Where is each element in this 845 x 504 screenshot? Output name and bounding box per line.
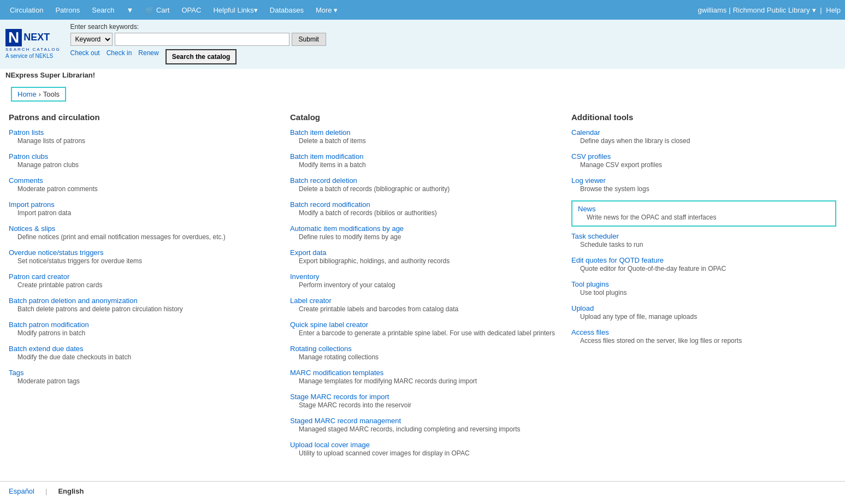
tool-link[interactable]: Calendar xyxy=(571,128,836,137)
tool-desc: Modify patrons in batch xyxy=(17,329,274,337)
main-content: Patrons and circulation Patron listsMana… xyxy=(0,107,845,470)
nav-username[interactable]: gwilliams xyxy=(698,6,727,14)
tool-desc: Modify the due date checkouts in batch xyxy=(17,353,274,361)
tool-group: Batch extend due datesModify the due dat… xyxy=(9,345,274,361)
tool-desc: Manage patron clubs xyxy=(17,161,274,169)
catalog-column: Catalog Batch item deletionDelete a batc… xyxy=(290,112,555,465)
nav-separator2: | xyxy=(818,6,824,14)
nav-helpful-links[interactable]: Helpful Links▾ xyxy=(208,2,263,19)
tool-desc: Define days when the library is closed xyxy=(580,137,836,145)
tool-link[interactable]: Stage MARC records for import xyxy=(290,393,555,401)
tool-link[interactable]: Inventory xyxy=(290,272,555,281)
nav-cart[interactable]: 🛒 Cart xyxy=(140,2,175,19)
nav-patrons[interactable]: Patrons xyxy=(50,2,85,19)
keyword-select[interactable]: Keyword xyxy=(70,33,113,46)
search-bar: N NEXT SEARCH CATALOG A service of NEKLS… xyxy=(0,20,845,69)
search-links: Check out Check in Renew Search the cata… xyxy=(70,49,326,64)
lang-english[interactable]: English xyxy=(58,487,84,495)
tool-link[interactable]: Automatic item modifications by age xyxy=(290,224,555,233)
logo-letter: N xyxy=(5,29,22,46)
tool-desc: Create printable labels and barcodes fro… xyxy=(299,305,555,313)
news-highlight-box: News Write news for the OPAC and staff i… xyxy=(571,200,836,227)
tool-group: Export dataExport bibliographic, holding… xyxy=(290,248,555,265)
tool-link[interactable]: Notices & slips xyxy=(9,224,274,233)
tool-link[interactable]: Task scheduler xyxy=(571,232,836,240)
nav-circulation[interactable]: Circulation xyxy=(4,2,49,19)
logo-area: N NEXT SEARCH CATALOG A service of NEKLS xyxy=(5,29,61,59)
tool-link[interactable]: Tags xyxy=(9,369,274,377)
tool-link[interactable]: CSV profiles xyxy=(571,152,836,161)
tool-link[interactable]: Staged MARC record management xyxy=(290,417,555,425)
tool-group: Rotating collectionsManage rotating coll… xyxy=(290,345,555,361)
tool-link[interactable]: Import patrons xyxy=(9,200,274,209)
tool-desc: Quote editor for Quote-of-the-day featur… xyxy=(580,265,836,272)
patrons-circulation-column: Patrons and circulation Patron listsMana… xyxy=(9,112,274,393)
tool-link[interactable]: Comments xyxy=(9,176,274,185)
tool-link[interactable]: Upload local cover image xyxy=(290,441,555,449)
tool-link[interactable]: Batch patron modification xyxy=(9,321,274,329)
tool-group: InventoryPerform inventory of your catal… xyxy=(290,272,555,289)
tool-link[interactable]: Rotating collections xyxy=(290,345,555,353)
search-input[interactable] xyxy=(115,33,289,46)
breadcrumb-separator: › xyxy=(39,91,41,98)
checkin-link[interactable]: Check in xyxy=(107,49,132,64)
nav-opac[interactable]: OPAC xyxy=(176,2,206,19)
tool-group: Batch item modificationModify items in a… xyxy=(290,152,555,169)
tool-desc: Stage MARC records into the reservoir xyxy=(299,401,555,409)
tool-link[interactable]: Batch record deletion xyxy=(290,176,555,185)
renew-link[interactable]: Renew xyxy=(138,49,158,64)
tool-group: CSV profilesManage CSV export profiles xyxy=(571,152,836,169)
tool-group: Automatic item modifications by ageDefin… xyxy=(290,224,555,241)
tool-link[interactable]: Batch extend due dates xyxy=(9,345,274,353)
nav-more[interactable]: More ▾ xyxy=(310,2,343,19)
tool-group: Log viewerBrowse the system logs xyxy=(571,176,836,193)
nav-dropdown[interactable]: ▼ xyxy=(121,2,139,19)
tool-link[interactable]: Overdue notice/status triggers xyxy=(9,248,274,257)
tool-group: UploadUpload any type of file, manage up… xyxy=(571,304,836,321)
tool-link[interactable]: Patron clubs xyxy=(9,152,274,161)
tool-link[interactable]: MARC modification templates xyxy=(290,369,555,377)
tool-link[interactable]: Tool plugins xyxy=(571,280,836,288)
tool-desc: Use tool plugins xyxy=(580,289,836,297)
tool-link[interactable]: Quick spine label creator xyxy=(290,321,555,329)
tool-link[interactable]: Access files xyxy=(571,328,836,336)
nav-library[interactable]: Richmond Public Library xyxy=(733,6,810,14)
submit-button[interactable]: Submit xyxy=(292,33,326,46)
tool-link[interactable]: Batch record modification xyxy=(290,200,555,209)
search-catalog-button[interactable]: Search the catalog xyxy=(166,49,237,64)
tool-desc: Utility to upload scanned cover images f… xyxy=(299,449,555,457)
tool-group: Quick spine label creatorEnter a barcode… xyxy=(290,321,555,337)
tool-link[interactable]: Batch item deletion xyxy=(290,128,555,137)
tool-desc: Perform inventory of your catalog xyxy=(299,281,555,289)
logo-subtitle: SEARCH CATALOG xyxy=(5,47,61,52)
tool-link[interactable]: Log viewer xyxy=(571,176,836,185)
greeting-text: NExpress Super Librarian! xyxy=(0,69,845,81)
tool-desc: Manage templates for modifying MARC reco… xyxy=(299,377,555,385)
tool-link[interactable]: Upload xyxy=(571,304,836,312)
checkout-link[interactable]: Check out xyxy=(70,49,100,64)
tool-desc: Upload any type of file, manage uploads xyxy=(580,313,836,321)
tool-desc: Manage lists of patrons xyxy=(17,137,274,145)
tool-link[interactable]: Patron lists xyxy=(9,128,274,137)
nav-search[interactable]: Search xyxy=(86,2,120,19)
tool-link[interactable]: Label creator xyxy=(290,297,555,305)
tool-group: Edit quotes for QOTD featureQuote editor… xyxy=(571,256,836,272)
breadcrumb-home[interactable]: Home xyxy=(17,90,37,98)
lang-espanol[interactable]: Español xyxy=(9,487,34,495)
tool-desc: Managed staged MARC records, including c… xyxy=(299,425,555,433)
tool-link[interactable]: Edit quotes for QOTD feature xyxy=(571,256,836,264)
nav-help[interactable]: Help xyxy=(826,6,841,14)
news-link[interactable]: News xyxy=(578,205,830,213)
tool-link[interactable]: Patron card creator xyxy=(9,272,274,281)
logo-service: A service of NEKLS xyxy=(5,53,53,59)
tool-link[interactable]: Batch item modification xyxy=(290,152,555,161)
tool-link[interactable]: Batch patron deletion and anonymization xyxy=(9,297,274,305)
nav-databases[interactable]: Databases xyxy=(264,2,309,19)
tool-group: CalendarDefine days when the library is … xyxy=(571,128,836,145)
tool-group: Overdue notice/status triggersSet notice… xyxy=(9,248,274,265)
tool-link[interactable]: Export data xyxy=(290,248,555,257)
tool-group: Tool pluginsUse tool plugins xyxy=(571,280,836,297)
tool-desc: Batch delete patrons and delete patron c… xyxy=(17,305,274,313)
tool-desc: Browse the system logs xyxy=(580,185,836,193)
tool-group: Notices & slipsDefine notices (print and… xyxy=(9,224,274,241)
